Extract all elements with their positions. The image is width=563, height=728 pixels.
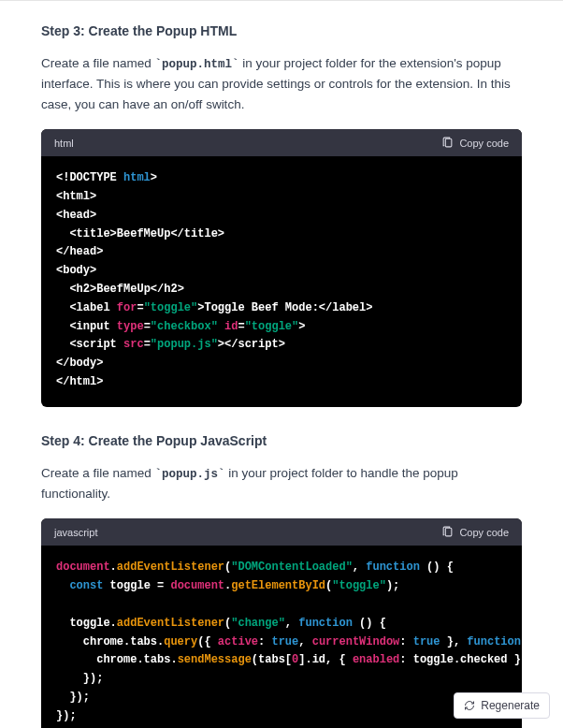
code-header: javascript Copy code <box>41 518 522 546</box>
clipboard-icon <box>441 137 454 149</box>
step4-heading: Step 4: Create the Popup JavaScript <box>41 433 522 448</box>
copy-code-label: Copy code <box>459 138 509 149</box>
svg-rect-0 <box>446 138 453 147</box>
step3-filename-code: `popup.html` <box>155 58 239 71</box>
step3-codeblock: html Copy code <!DOCTYPE html> <html> <h… <box>41 129 522 407</box>
code-body-html: <!DOCTYPE html> <html> <head> <title>Bee… <box>41 156 522 407</box>
step3-heading: Step 3: Create the Popup HTML <box>41 23 522 38</box>
step4-codeblock: javascript Copy code document.addEventLi… <box>41 518 522 728</box>
copy-code-button[interactable]: Copy code <box>441 526 509 538</box>
code-lang-label: html <box>54 138 74 149</box>
code-body-js: document.addEventListener("DOMContentLoa… <box>41 546 522 728</box>
article-content: Step 3: Create the Popup HTML Create a f… <box>0 1 563 728</box>
svg-rect-1 <box>446 529 453 537</box>
regenerate-button[interactable]: Regenerate <box>454 692 550 719</box>
regenerate-label: Regenerate <box>481 699 540 712</box>
step3-text-prefix: Create a file named <box>41 56 155 70</box>
copy-code-button[interactable]: Copy code <box>441 137 509 149</box>
step4-text-prefix: Create a file named <box>41 466 155 480</box>
clipboard-icon <box>441 526 454 538</box>
step4-filename-code: `popup.js` <box>155 468 225 481</box>
refresh-icon <box>464 700 475 711</box>
step4-paragraph: Create a file named `popup.js` in your p… <box>41 463 522 504</box>
code-header: html Copy code <box>41 129 522 156</box>
code-lang-label: javascript <box>54 527 97 538</box>
copy-code-label: Copy code <box>459 527 509 538</box>
step3-paragraph: Create a file named `popup.html` in your… <box>41 53 522 114</box>
